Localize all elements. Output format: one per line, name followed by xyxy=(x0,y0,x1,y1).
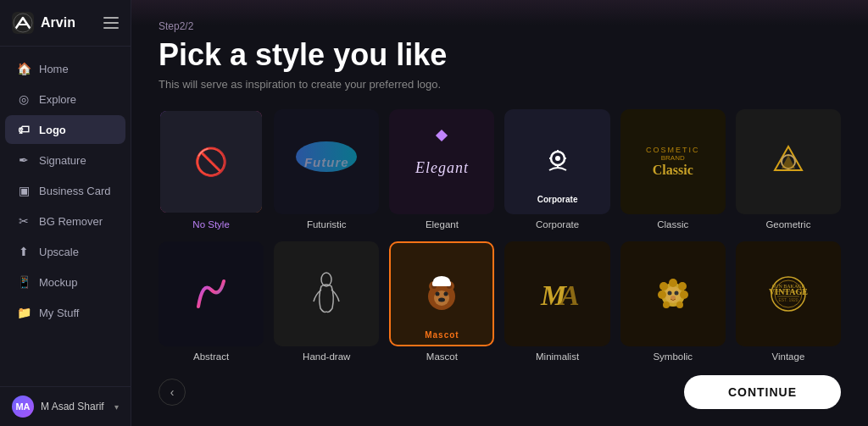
style-item-mascot[interactable]: Mascot Mascot xyxy=(389,241,494,363)
mascot-icon xyxy=(420,273,463,315)
explore-icon: ◎ xyxy=(17,92,31,106)
bg-remover-icon: ✂ xyxy=(17,214,31,228)
style-card-no-style[interactable]: 🚫 xyxy=(159,109,264,214)
mockup-icon: 📱 xyxy=(17,275,31,289)
nav-label-bg-remover: BG Remover xyxy=(39,215,103,228)
svg-point-30 xyxy=(680,290,688,299)
style-item-classic[interactable]: COSMETIC BRAND Classic Classic xyxy=(620,109,726,231)
brand-name: Arvin xyxy=(41,15,75,30)
sidebar-item-my-stuff[interactable]: 📁 My Stuff xyxy=(5,298,125,327)
arvin-logo-icon xyxy=(12,12,34,34)
nav-label-upscale: Upscale xyxy=(39,246,79,258)
sidebar-item-bg-remover[interactable]: ✂ BG Remover xyxy=(5,207,125,235)
style-label-mascot: Mascot xyxy=(426,351,458,362)
style-label-geometric: Geometric xyxy=(765,219,810,230)
logo-icon: 🏷 xyxy=(17,123,31,136)
style-label-hand-draw: Hand-draw xyxy=(303,351,350,362)
corporate-label-overlay: Corporate xyxy=(537,195,578,204)
style-label-elegant: Elegant xyxy=(426,219,459,230)
sidebar-header: Arvin xyxy=(0,0,131,47)
nav-label-business-card: Business Card xyxy=(39,185,111,197)
user-profile[interactable]: MA M Asad Sharif ▾ xyxy=(0,386,131,426)
style-label-abstract: Abstract xyxy=(193,351,229,362)
svg-point-29 xyxy=(659,282,668,290)
corporate-icon xyxy=(542,147,573,177)
nav-label-logo: Logo xyxy=(39,124,66,136)
nav-label-home: Home xyxy=(39,63,69,75)
avatar: MA xyxy=(12,396,34,418)
classic-mid-text: BRAND xyxy=(646,154,700,162)
nav-label-signature: Signature xyxy=(39,154,86,167)
style-item-geometric[interactable]: Geometric xyxy=(736,109,841,231)
style-card-futuristic[interactable]: Future xyxy=(274,109,379,214)
style-card-corporate[interactable]: Corporate xyxy=(504,109,609,214)
nav-label-mockup: Mockup xyxy=(39,276,78,289)
abstract-icon xyxy=(190,273,232,315)
style-label-vintage: Vintage xyxy=(772,351,805,362)
style-card-vintage[interactable]: SUN BAKAGE VINTAGE EST. 1920 xyxy=(736,241,841,346)
svg-point-33 xyxy=(663,302,670,308)
avatar-initials: MA xyxy=(15,401,30,412)
symbolic-icon xyxy=(652,273,694,315)
style-card-symbolic[interactable] xyxy=(620,241,726,346)
sidebar-item-business-card[interactable]: ▣ Business Card xyxy=(5,176,125,205)
style-item-futuristic[interactable]: Future Futuristic xyxy=(274,109,379,231)
svg-point-7 xyxy=(555,156,560,161)
style-item-minimalist[interactable]: M A Minimalist xyxy=(504,241,609,363)
style-item-abstract[interactable]: Abstract xyxy=(159,241,264,363)
style-item-no-style[interactable]: 🚫 No Style xyxy=(159,109,264,231)
sidebar-item-signature[interactable]: ✒ Signature xyxy=(5,146,125,174)
style-card-geometric[interactable] xyxy=(736,109,841,214)
sidebar-item-home[interactable]: 🏠 Home xyxy=(5,54,125,83)
signature-icon: ✒ xyxy=(17,153,31,167)
style-card-elegant[interactable]: Elegant xyxy=(389,109,494,214)
svg-point-32 xyxy=(676,302,683,308)
geometric-icon xyxy=(770,143,807,180)
classic-content: COSMETIC BRAND Classic xyxy=(646,146,700,178)
style-card-minimalist[interactable]: M A xyxy=(504,241,609,346)
svg-point-31 xyxy=(658,290,666,299)
style-card-abstract[interactable] xyxy=(159,241,264,346)
futuristic-shape xyxy=(296,141,357,172)
vintage-icon: SUN BAKAGE VINTAGE EST. 1920 xyxy=(767,273,810,315)
sidebar: Arvin 🏠 Home ◎ Explore 🏷 Logo ✒ Signatur… xyxy=(0,0,131,426)
svg-point-36 xyxy=(670,296,676,299)
upscale-icon: ⬆ xyxy=(17,245,31,258)
back-button[interactable]: ‹ xyxy=(159,379,186,406)
style-item-symbolic[interactable]: Symbolic xyxy=(620,241,726,363)
chevron-left-icon: ‹ xyxy=(170,385,175,399)
svg-point-19 xyxy=(444,292,448,296)
style-item-hand-draw[interactable]: Hand-draw xyxy=(274,241,379,363)
step-label: Step2/2 xyxy=(159,20,841,32)
menu-toggle[interactable] xyxy=(103,17,119,29)
sidebar-item-logo[interactable]: 🏷 Logo xyxy=(5,115,125,144)
style-card-classic[interactable]: COSMETIC BRAND Classic xyxy=(620,109,726,214)
page-title: Pick a style you like xyxy=(159,37,841,73)
sidebar-nav: 🏠 Home ◎ Explore 🏷 Logo ✒ Signature ▣ Bu… xyxy=(0,47,131,386)
classic-top-text: COSMETIC xyxy=(646,146,700,154)
style-label-corporate: Corporate xyxy=(536,219,579,230)
sidebar-item-explore[interactable]: ◎ Explore xyxy=(5,85,125,113)
style-label-minimalist: Minimalist xyxy=(536,351,579,362)
minimalist-icon: M A xyxy=(537,273,579,315)
mascot-label-overlay: Mascot xyxy=(425,330,459,340)
style-label-no-style: No Style xyxy=(192,219,229,230)
business-card-icon: ▣ xyxy=(17,184,31,197)
my-stuff-icon: 📁 xyxy=(17,306,31,319)
style-item-vintage[interactable]: SUN BAKAGE VINTAGE EST. 1920 Vintage xyxy=(736,241,841,363)
sidebar-item-mockup[interactable]: 📱 Mockup xyxy=(5,268,125,296)
page-subtitle: This will serve as inspiration to create… xyxy=(159,78,841,91)
continue-button[interactable]: CONTINUE xyxy=(684,375,841,409)
svg-point-27 xyxy=(669,279,677,287)
nav-label-my-stuff: My Stuff xyxy=(39,307,79,319)
svg-point-28 xyxy=(678,282,687,290)
style-item-corporate[interactable]: Corporate Corporate xyxy=(504,109,609,231)
style-item-elegant[interactable]: Elegant Elegant xyxy=(389,109,494,231)
main-content: Step2/2 Pick a style you like This will … xyxy=(131,0,868,426)
brand-logo[interactable]: Arvin xyxy=(12,12,75,34)
svg-text:VINTAGE: VINTAGE xyxy=(769,287,808,296)
sidebar-item-upscale[interactable]: ⬆ Upscale xyxy=(5,237,125,266)
style-card-hand-draw[interactable] xyxy=(274,241,379,346)
style-card-mascot[interactable]: Mascot xyxy=(389,241,494,346)
svg-rect-0 xyxy=(12,12,34,34)
